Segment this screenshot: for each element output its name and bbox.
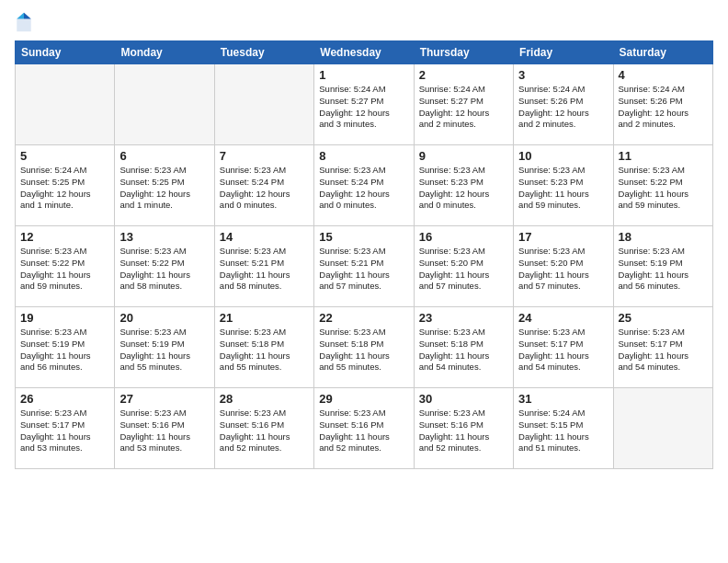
calendar-cell: 5Sunrise: 5:24 AM Sunset: 5:25 PM Daylig… <box>16 145 115 226</box>
day-number: 7 <box>220 149 309 163</box>
day-number: 8 <box>319 149 408 163</box>
day-number: 4 <box>619 68 708 82</box>
day-number: 31 <box>518 392 608 406</box>
weekday-header-tuesday: Tuesday <box>214 41 313 64</box>
cell-info: Sunrise: 5:24 AM Sunset: 5:25 PM Dayligh… <box>20 165 109 212</box>
calendar-cell: 10Sunrise: 5:23 AM Sunset: 5:23 PM Dayli… <box>514 145 613 226</box>
calendar-cell: 29Sunrise: 5:23 AM Sunset: 5:16 PM Dayli… <box>314 388 414 469</box>
cell-info: Sunrise: 5:23 AM Sunset: 5:24 PM Dayligh… <box>319 165 408 212</box>
day-number: 16 <box>419 230 508 244</box>
calendar-cell: 13Sunrise: 5:23 AM Sunset: 5:22 PM Dayli… <box>115 226 214 307</box>
week-row-2: 5Sunrise: 5:24 AM Sunset: 5:25 PM Daylig… <box>16 145 713 226</box>
day-number: 29 <box>319 392 408 406</box>
day-number: 3 <box>518 68 608 82</box>
cell-info: Sunrise: 5:24 AM Sunset: 5:26 PM Dayligh… <box>518 84 608 131</box>
calendar-cell <box>115 64 214 145</box>
cell-info: Sunrise: 5:24 AM Sunset: 5:27 PM Dayligh… <box>319 84 408 131</box>
cell-info: Sunrise: 5:24 AM Sunset: 5:26 PM Dayligh… <box>619 84 708 131</box>
week-row-4: 19Sunrise: 5:23 AM Sunset: 5:19 PM Dayli… <box>16 307 713 388</box>
weekday-header-row: SundayMondayTuesdayWednesdayThursdayFrid… <box>16 41 713 64</box>
svg-marker-2 <box>17 13 24 19</box>
cell-info: Sunrise: 5:23 AM Sunset: 5:17 PM Dayligh… <box>619 327 708 373</box>
day-number: 14 <box>220 230 309 244</box>
week-row-3: 12Sunrise: 5:23 AM Sunset: 5:22 PM Dayli… <box>16 226 713 307</box>
calendar-cell: 15Sunrise: 5:23 AM Sunset: 5:21 PM Dayli… <box>314 226 414 307</box>
calendar-cell: 12Sunrise: 5:23 AM Sunset: 5:22 PM Dayli… <box>16 226 115 307</box>
cell-info: Sunrise: 5:23 AM Sunset: 5:21 PM Dayligh… <box>319 246 408 293</box>
cell-info: Sunrise: 5:23 AM Sunset: 5:17 PM Dayligh… <box>518 327 608 373</box>
calendar-cell: 4Sunrise: 5:24 AM Sunset: 5:26 PM Daylig… <box>613 64 712 145</box>
calendar-cell: 28Sunrise: 5:23 AM Sunset: 5:16 PM Dayli… <box>214 388 313 469</box>
day-number: 9 <box>419 149 508 163</box>
cell-info: Sunrise: 5:23 AM Sunset: 5:18 PM Dayligh… <box>319 327 408 373</box>
calendar-cell <box>214 64 313 145</box>
cell-info: Sunrise: 5:23 AM Sunset: 5:16 PM Dayligh… <box>319 408 408 454</box>
calendar-cell: 26Sunrise: 5:23 AM Sunset: 5:17 PM Dayli… <box>16 388 115 469</box>
day-number: 23 <box>419 311 508 325</box>
calendar-cell: 27Sunrise: 5:23 AM Sunset: 5:16 PM Dayli… <box>115 388 214 469</box>
week-row-5: 26Sunrise: 5:23 AM Sunset: 5:17 PM Dayli… <box>16 388 713 469</box>
calendar-cell: 17Sunrise: 5:23 AM Sunset: 5:20 PM Dayli… <box>514 226 613 307</box>
calendar-cell: 3Sunrise: 5:24 AM Sunset: 5:26 PM Daylig… <box>514 64 613 145</box>
cell-info: Sunrise: 5:23 AM Sunset: 5:20 PM Dayligh… <box>518 246 608 293</box>
calendar-cell: 6Sunrise: 5:23 AM Sunset: 5:25 PM Daylig… <box>115 145 214 226</box>
week-row-1: 1Sunrise: 5:24 AM Sunset: 5:27 PM Daylig… <box>16 64 713 145</box>
cell-info: Sunrise: 5:23 AM Sunset: 5:25 PM Dayligh… <box>119 165 209 212</box>
calendar-cell: 2Sunrise: 5:24 AM Sunset: 5:27 PM Daylig… <box>414 64 513 145</box>
day-number: 15 <box>319 230 408 244</box>
day-number: 25 <box>619 311 708 325</box>
logo-icon <box>15 11 33 33</box>
day-number: 13 <box>119 230 209 244</box>
day-number: 28 <box>220 392 309 406</box>
cell-info: Sunrise: 5:23 AM Sunset: 5:17 PM Dayligh… <box>20 408 109 454</box>
cell-info: Sunrise: 5:23 AM Sunset: 5:19 PM Dayligh… <box>619 246 708 293</box>
weekday-header-wednesday: Wednesday <box>314 41 414 64</box>
day-number: 27 <box>119 392 209 406</box>
svg-marker-1 <box>24 13 31 19</box>
calendar-cell: 1Sunrise: 5:24 AM Sunset: 5:27 PM Daylig… <box>314 64 414 145</box>
cell-info: Sunrise: 5:24 AM Sunset: 5:27 PM Dayligh… <box>419 84 508 131</box>
day-number: 26 <box>20 392 109 406</box>
cell-info: Sunrise: 5:23 AM Sunset: 5:19 PM Dayligh… <box>20 327 109 373</box>
calendar-cell: 19Sunrise: 5:23 AM Sunset: 5:19 PM Dayli… <box>16 307 115 388</box>
cell-info: Sunrise: 5:24 AM Sunset: 5:15 PM Dayligh… <box>518 408 608 454</box>
cell-info: Sunrise: 5:23 AM Sunset: 5:22 PM Dayligh… <box>119 246 209 293</box>
calendar-cell: 31Sunrise: 5:24 AM Sunset: 5:15 PM Dayli… <box>514 388 613 469</box>
calendar-cell: 18Sunrise: 5:23 AM Sunset: 5:19 PM Dayli… <box>613 226 712 307</box>
day-number: 10 <box>518 149 608 163</box>
logo <box>15 11 37 33</box>
cell-info: Sunrise: 5:23 AM Sunset: 5:23 PM Dayligh… <box>419 165 508 212</box>
cell-info: Sunrise: 5:23 AM Sunset: 5:16 PM Dayligh… <box>119 408 209 454</box>
day-number: 24 <box>518 311 608 325</box>
calendar-cell: 20Sunrise: 5:23 AM Sunset: 5:19 PM Dayli… <box>115 307 214 388</box>
calendar-cell: 11Sunrise: 5:23 AM Sunset: 5:22 PM Dayli… <box>613 145 712 226</box>
cell-info: Sunrise: 5:23 AM Sunset: 5:19 PM Dayligh… <box>119 327 209 373</box>
calendar-cell <box>613 388 712 469</box>
day-number: 22 <box>319 311 408 325</box>
calendar-cell: 25Sunrise: 5:23 AM Sunset: 5:17 PM Dayli… <box>613 307 712 388</box>
day-number: 12 <box>20 230 109 244</box>
day-number: 1 <box>319 68 408 82</box>
calendar-cell: 24Sunrise: 5:23 AM Sunset: 5:17 PM Dayli… <box>514 307 613 388</box>
calendar-cell: 22Sunrise: 5:23 AM Sunset: 5:18 PM Dayli… <box>314 307 414 388</box>
weekday-header-friday: Friday <box>514 41 613 64</box>
day-number: 6 <box>119 149 209 163</box>
day-number: 5 <box>20 149 109 163</box>
calendar-cell: 16Sunrise: 5:23 AM Sunset: 5:20 PM Dayli… <box>414 226 513 307</box>
cell-info: Sunrise: 5:23 AM Sunset: 5:16 PM Dayligh… <box>220 408 309 454</box>
weekday-header-thursday: Thursday <box>414 41 513 64</box>
calendar-cell: 7Sunrise: 5:23 AM Sunset: 5:24 PM Daylig… <box>214 145 313 226</box>
day-number: 17 <box>518 230 608 244</box>
weekday-header-monday: Monday <box>115 41 214 64</box>
calendar-cell: 14Sunrise: 5:23 AM Sunset: 5:21 PM Dayli… <box>214 226 313 307</box>
calendar-cell: 23Sunrise: 5:23 AM Sunset: 5:18 PM Dayli… <box>414 307 513 388</box>
cell-info: Sunrise: 5:23 AM Sunset: 5:18 PM Dayligh… <box>419 327 508 373</box>
day-number: 30 <box>419 392 508 406</box>
cell-info: Sunrise: 5:23 AM Sunset: 5:18 PM Dayligh… <box>220 327 309 373</box>
calendar-cell: 30Sunrise: 5:23 AM Sunset: 5:16 PM Dayli… <box>414 388 513 469</box>
day-number: 11 <box>619 149 708 163</box>
page: SundayMondayTuesdayWednesdayThursdayFrid… <box>0 0 728 563</box>
cell-info: Sunrise: 5:23 AM Sunset: 5:23 PM Dayligh… <box>518 165 608 212</box>
calendar-cell <box>16 64 115 145</box>
cell-info: Sunrise: 5:23 AM Sunset: 5:21 PM Dayligh… <box>220 246 309 293</box>
